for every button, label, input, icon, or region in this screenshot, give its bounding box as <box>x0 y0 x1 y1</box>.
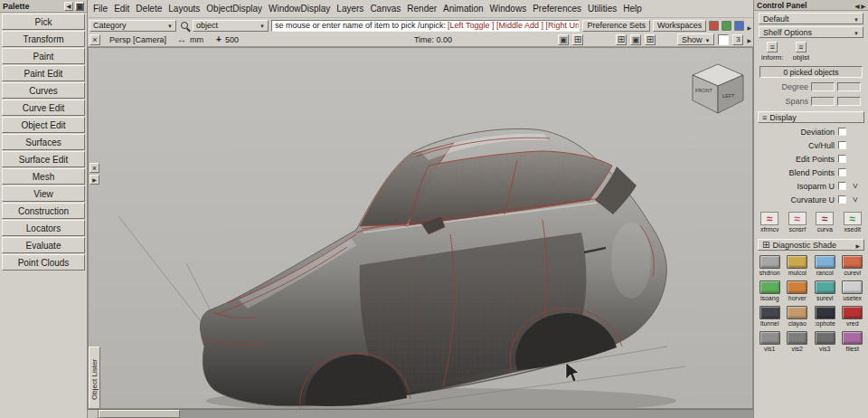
car-model[interactable] <box>200 128 666 407</box>
palette-item-object-edit[interactable]: Object Edit <box>2 117 85 133</box>
palette-item-surfaces[interactable]: Surfaces <box>2 134 85 150</box>
render-view-icon[interactable] <box>558 34 569 45</box>
blend-points-checkbox[interactable] <box>838 168 846 176</box>
palette-item-paint[interactable]: Paint <box>2 48 85 64</box>
tool-scnsrf[interactable]: scnsrf <box>784 210 812 234</box>
menu-file[interactable]: File <box>93 4 108 14</box>
menu-windows[interactable]: Windows <box>490 4 527 14</box>
menu-preferences[interactable]: Preferences <box>533 4 581 14</box>
layout-split-icon[interactable] <box>645 34 656 45</box>
menu-render[interactable]: Render <box>407 4 437 14</box>
pane-close-icon[interactable] <box>90 163 99 173</box>
palette-item-surface-edit[interactable]: Surface Edit <box>2 151 85 167</box>
shader-ltunnel[interactable]: ltunnel <box>756 303 784 328</box>
shader-surevl[interactable]: surevl <box>811 278 839 303</box>
palette-item-curves[interactable]: Curves <box>2 82 85 99</box>
close-view-icon[interactable] <box>90 34 100 45</box>
palette-item-mesh[interactable]: Mesh <box>2 168 85 185</box>
menu-animation[interactable]: Animation <box>443 4 483 14</box>
palette-item-locators[interactable]: Locators <box>2 220 85 236</box>
edit-points-checkbox[interactable] <box>838 155 846 163</box>
layout-single-icon[interactable] <box>616 34 627 45</box>
palette-item-paint-edit[interactable]: Paint Edit <box>2 65 85 81</box>
tool-xsedit[interactable]: xsedit <box>839 210 867 234</box>
panel-next-icon[interactable] <box>861 1 865 10</box>
display-section-header[interactable]: Display <box>758 111 864 123</box>
palette-item-evaluate[interactable]: Evaluate <box>2 237 85 253</box>
objlst-shelf-item[interactable]: objlst <box>792 42 809 62</box>
diagnostic-shade-header[interactable]: Diagnostic Shade <box>758 239 864 251</box>
menu-delete[interactable]: Delete <box>136 4 162 14</box>
shader-vis2[interactable]: vis2 <box>784 328 812 354</box>
shader-mulcol[interactable]: mulcol <box>784 252 812 278</box>
shader-vred[interactable]: vred <box>839 303 867 328</box>
shader-curevl[interactable]: curevl <box>839 252 867 278</box>
palette-item-view[interactable]: View <box>2 185 85 202</box>
isoparm-u-checkbox[interactable] <box>838 182 846 190</box>
prompt-input[interactable]: se mouse or enter name of item to pick /… <box>271 20 580 32</box>
tool-curva[interactable]: curva <box>811 210 839 234</box>
shader-clayao[interactable]: clayao <box>784 303 812 328</box>
toolbar-overflow-icon[interactable] <box>747 17 751 33</box>
shader-rancol[interactable]: rancol <box>811 252 839 278</box>
cvhull-checkbox[interactable] <box>838 141 846 149</box>
isoparm-v-toggle[interactable]: V <box>846 182 864 190</box>
curvature-u-checkbox[interactable] <box>838 195 846 204</box>
degree-field-v[interactable] <box>837 82 861 91</box>
shader-vis3[interactable]: vis3 <box>811 328 839 354</box>
shader-vis1[interactable]: vis1 <box>756 328 784 354</box>
object-lister-tab[interactable]: Object Lister <box>89 347 100 409</box>
category-combo[interactable]: Category <box>90 20 176 32</box>
shader-usetex[interactable]: usetex <box>839 278 867 303</box>
diagnostic-expand-icon[interactable] <box>855 241 860 250</box>
preference-sets-button[interactable]: Preference Sets <box>582 20 650 32</box>
menu-layers[interactable]: Layers <box>336 4 363 14</box>
shader-horver[interactable]: horver <box>784 278 812 303</box>
view-cube[interactable]: FRONT LEFT <box>693 64 743 113</box>
inform-shelf-item[interactable]: inform: <box>761 42 783 62</box>
perspective-viewport[interactable]: Object Lister <box>88 47 753 409</box>
menu-utilities[interactable]: Utilities <box>588 4 617 14</box>
palette-item-transform[interactable]: Transform <box>2 31 85 47</box>
palette-window-icon[interactable] <box>75 2 84 11</box>
scrollbar-thumb[interactable] <box>99 410 180 418</box>
shader-ophote[interactable]: :ophote <box>811 303 839 328</box>
viewport-canvas[interactable]: FRONT LEFT <box>89 48 753 409</box>
snap-point-icon[interactable] <box>734 21 744 31</box>
tool-xfrmcv[interactable]: xfrmcv <box>756 210 784 234</box>
palette-titlebar[interactable]: Palette <box>0 0 87 13</box>
palette-item-pick[interactable]: Pick <box>2 14 85 30</box>
viewbar-overflow-icon[interactable] <box>747 35 751 44</box>
menu-canvas[interactable]: Canvas <box>370 4 401 14</box>
spans-field-u[interactable] <box>811 97 835 106</box>
frame-box-icon[interactable] <box>718 34 729 45</box>
palette-collapse-icon[interactable] <box>64 2 73 11</box>
panel-prev-icon[interactable] <box>855 1 860 10</box>
snap-grid-icon[interactable] <box>709 21 719 31</box>
shader-filest[interactable]: filest <box>839 328 867 354</box>
layout-quad-icon[interactable] <box>630 34 641 45</box>
grid-size-value[interactable]: 500 <box>225 35 239 44</box>
menu-help[interactable]: Help <box>623 4 642 14</box>
menu-layouts[interactable]: Layouts <box>168 4 200 14</box>
snap-curve-icon[interactable] <box>722 21 731 31</box>
search-icon[interactable] <box>181 22 188 29</box>
curvature-v-toggle[interactable]: V <box>846 195 864 204</box>
spans-field-v[interactable] <box>837 97 861 106</box>
control-panel-titlebar[interactable]: Control Panel <box>754 0 868 11</box>
show-menu-button[interactable]: Show <box>677 33 714 45</box>
shelf-options-dropdown[interactable]: Shelf Options <box>759 26 863 38</box>
menu-objectdisplay[interactable]: ObjectDisplay <box>206 4 262 14</box>
preset-dropdown[interactable]: Default <box>759 13 863 24</box>
palette-item-construction[interactable]: Construction <box>2 203 85 219</box>
shade-view-icon[interactable] <box>572 34 583 45</box>
pane-expand-icon[interactable] <box>90 175 99 185</box>
object-combo[interactable]: object <box>193 20 269 32</box>
menu-edit[interactable]: Edit <box>114 4 129 14</box>
palette-item-point-clouds[interactable]: Point Clouds <box>2 254 85 271</box>
shader-shdnon[interactable]: shdnon <box>756 252 784 278</box>
deviation-checkbox[interactable] <box>838 128 846 136</box>
frame-count-box[interactable]: 3 <box>732 34 743 45</box>
horizontal-scrollbar[interactable] <box>88 409 753 418</box>
degree-field-u[interactable] <box>811 82 835 91</box>
